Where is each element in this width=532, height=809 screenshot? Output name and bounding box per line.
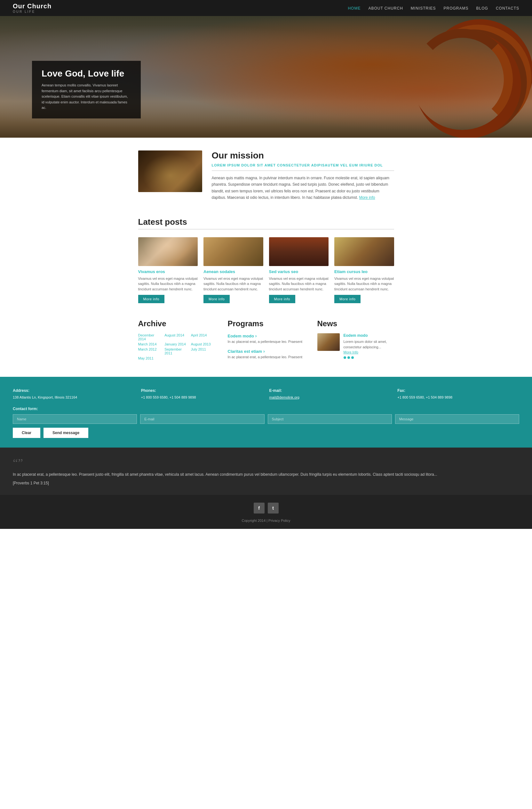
nav-item-about[interactable]: ABOUT CHURCH [368, 6, 403, 11]
post-more-info-button-4[interactable]: More info [334, 295, 360, 303]
main-content: Our mission LOREM IPSUM DOLOR SIT AMET C… [132, 138, 401, 377]
contact-message-input[interactable] [395, 414, 519, 424]
program-desc-1: In ac placerat erat, a pellentesque leo.… [228, 340, 304, 344]
logo-title: Our Church [13, 3, 52, 10]
post-card-4: Etiam cursus leo Vivamus vel eros eget m… [334, 237, 394, 304]
news-dots [343, 356, 394, 359]
archive-link-2[interactable]: April 2014 [191, 333, 215, 341]
contact-email-input[interactable] [140, 414, 264, 424]
nav-link-programs[interactable]: PROGRAMS [444, 6, 469, 11]
contact-form-label: Contact form: [13, 407, 519, 411]
archive-link-6[interactable]: March 2012 [138, 347, 162, 355]
post-image-4 [334, 237, 394, 266]
dot-3[interactable] [351, 356, 354, 359]
post-desc-1: Vivamus vel eros eget magna volutpat sag… [138, 276, 198, 292]
post-card-2: Aenean sodales Vivamus vel eros eget mag… [203, 237, 263, 304]
footer-teal: Address: 138 Atlantis Ln, Kingsport, Ill… [0, 377, 532, 448]
site-logo[interactable]: Our Church OUR LIFE [13, 3, 52, 14]
contact-subject-input[interactable] [268, 414, 392, 424]
footer-phones-value: +1 800 559 6580, +1 504 889 9898 [141, 395, 263, 400]
news-item-desc-1: Lorem ipsum dolor sit amet, consectetur … [343, 339, 394, 349]
post-title-4[interactable]: Etiam cursus leo [334, 269, 394, 274]
news-title: News [317, 319, 394, 328]
send-message-button[interactable]: Send message [43, 428, 88, 438]
program-item-2: Claritas est etiam In ac placerat erat, … [228, 349, 304, 359]
post-image-2 [203, 237, 263, 266]
clear-button[interactable]: Clear [13, 428, 40, 438]
posts-grid: Vivamus eros Vivamus vel eros eget magna… [138, 237, 394, 304]
mission-more-info-link[interactable]: More info [359, 195, 375, 200]
news-image-1 [317, 333, 340, 351]
mission-text: Our mission LOREM IPSUM DOLOR SIT AMET C… [212, 151, 394, 201]
nav-item-blog[interactable]: BLOG [476, 6, 488, 11]
footer-email-value: mail@demolink.org [269, 395, 391, 400]
archive-link-3[interactable]: March 2014 [138, 342, 162, 346]
archive-link-1[interactable]: August 2014 [164, 333, 189, 341]
news-more-info-link[interactable]: More Info [343, 350, 358, 354]
nav-item-programs[interactable]: PROGRAMS [444, 6, 469, 11]
archive-link-0[interactable]: December 2014 [138, 333, 162, 341]
archive-link-9[interactable]: May 2011 [138, 356, 162, 360]
facebook-button[interactable]: f [254, 503, 265, 514]
news-column: News Eodem modo Lorem ipsum dolor sit am… [317, 319, 394, 364]
twitter-button[interactable]: t [268, 503, 279, 514]
program-title-1[interactable]: Eodem modo [228, 333, 304, 339]
footer-phones-label: Phones: [141, 388, 263, 393]
mission-subtitle: LOREM IPSUM DOLOR SIT AMET CONSECTETUER … [212, 163, 394, 171]
archive-link-8[interactable]: July 2011 [191, 347, 215, 355]
footer-info: Address: 138 Atlantis Ln, Kingsport, Ill… [13, 388, 519, 400]
program-item-1: Eodem modo In ac placerat erat, a pellen… [228, 333, 304, 344]
footer-email-link[interactable]: mail@demolink.org [269, 395, 299, 399]
nav-item-contacts[interactable]: CONTACTS [496, 6, 519, 11]
dot-1[interactable] [343, 356, 346, 359]
archive-column: Archive December 2014 August 2014 April … [138, 319, 215, 364]
mission-title: Our mission [212, 151, 394, 161]
archive-links: December 2014 August 2014 April 2014 Mar… [138, 333, 215, 360]
nav-link-contacts[interactable]: CONTACTS [496, 6, 519, 11]
footer-fax-value: +1 800 559 6580, +1 504 889 9898 [397, 395, 519, 400]
post-title-2[interactable]: Aenean sodales [203, 269, 263, 274]
posts-section-title: Latest posts [138, 217, 394, 227]
hero-overlay: Love God, Love life Aenean tempus mollis… [32, 61, 141, 118]
post-desc-4: Vivamus vel eros eget magna volutpat sag… [334, 276, 394, 292]
nav-item-home[interactable]: HOME [348, 6, 360, 11]
archive-link-4[interactable]: January 2014 [164, 342, 189, 346]
nav-link-blog[interactable]: BLOG [476, 6, 488, 11]
news-text-1: Eodem modo Lorem ipsum dolor sit amet, c… [343, 333, 394, 359]
news-item-1: Eodem modo Lorem ipsum dolor sit amet, c… [317, 333, 394, 359]
contact-name-input[interactable] [13, 414, 137, 424]
footer-address-value: 138 Atlantis Ln, Kingsport, Illinois 321… [13, 395, 135, 400]
footer-fax-label: Fax: [397, 388, 519, 393]
form-buttons: Clear Send message [13, 428, 519, 438]
quote-section: “” In ac placerat erat, a pellentesque l… [0, 448, 532, 495]
hero-description: Aenean tempus mollis convallis. Vivamus … [41, 83, 131, 111]
social-footer: f t Copyright 2014 | Privacy Policy [0, 495, 532, 529]
nav-link-about[interactable]: ABOUT CHURCH [368, 6, 403, 11]
post-title-3[interactable]: Sed varius seo [269, 269, 329, 274]
footer-phones: Phones: +1 800 559 6580, +1 504 889 9898 [141, 388, 263, 400]
nav-link-home[interactable]: HOME [348, 6, 360, 11]
mission-body: Aenean quis mattis magna. In pulvinar in… [212, 175, 394, 201]
post-card-1: Vivamus eros Vivamus vel eros eget magna… [138, 237, 198, 304]
three-column-section: Archive December 2014 August 2014 April … [138, 319, 394, 364]
post-more-info-button-2[interactable]: More info [203, 295, 230, 303]
post-image-1 [138, 237, 198, 266]
program-title-2[interactable]: Claritas est etiam [228, 349, 304, 354]
quote-reference: [Proverbs 1 Pet 3:15] [13, 481, 519, 485]
hero-section: Love God, Love life Aenean tempus mollis… [0, 16, 532, 138]
footer-fax: Fax: +1 800 559 6580, +1 504 889 9898 [397, 388, 519, 400]
quote-text: In ac placerat erat, a pellentesque leo.… [13, 471, 519, 478]
post-title-1[interactable]: Vivamus eros [138, 269, 198, 274]
logo-sub: OUR LIFE [13, 10, 52, 14]
hero-beads-decoration [417, 22, 513, 135]
archive-link-5[interactable]: August 2013 [191, 342, 215, 346]
nav-item-ministries[interactable]: MINISTRIES [411, 6, 436, 11]
post-more-info-button-3[interactable]: More info [269, 295, 295, 303]
post-more-info-button-1[interactable]: More info [138, 295, 164, 303]
copyright-text: Copyright 2014 | Privacy Policy [242, 519, 290, 522]
nav-link-ministries[interactable]: MINISTRIES [411, 6, 436, 11]
dot-2[interactable] [348, 356, 350, 359]
latest-posts-section: Latest posts Vivamus eros Vivamus vel er… [138, 217, 394, 304]
news-item-title-1[interactable]: Eodem modo [343, 333, 394, 338]
archive-link-7[interactable]: September 2011 [164, 347, 189, 355]
